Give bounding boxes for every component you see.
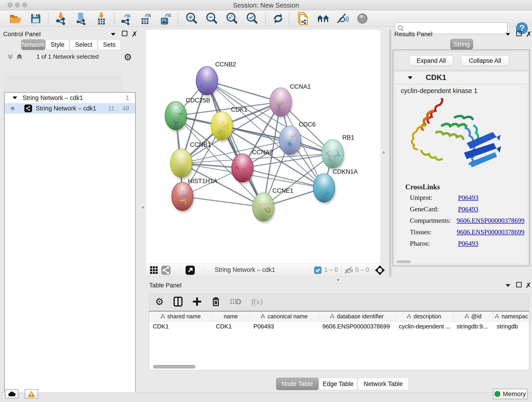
column-header-shared-name[interactable]: shared name bbox=[149, 312, 212, 321]
collapse-all-button[interactable]: Collapse All bbox=[461, 56, 509, 66]
table-hscrollbar[interactable] bbox=[153, 365, 196, 369]
sphere-view-icon[interactable] bbox=[356, 13, 369, 25]
import-network-database-icon[interactable] bbox=[75, 13, 88, 25]
network-node-hist1h1a[interactable] bbox=[172, 182, 194, 213]
panel-float-icon[interactable] bbox=[516, 282, 522, 287]
function-builder-icon[interactable]: f(x) bbox=[251, 297, 263, 306]
table-cell[interactable]: cyclin-dependent ... bbox=[395, 321, 453, 331]
column-header-name[interactable]: name bbox=[212, 312, 250, 321]
save-session-icon[interactable] bbox=[29, 13, 42, 25]
table-cell[interactable]: CDK1 bbox=[149, 321, 212, 331]
export-network-icon[interactable] bbox=[120, 13, 133, 25]
hidden-eye-icon[interactable] bbox=[344, 267, 354, 274]
network-node-ccne1[interactable] bbox=[253, 193, 275, 223]
column-header-canonical-name[interactable]: canonical name bbox=[250, 312, 319, 321]
expand-all-chevron-icon[interactable] bbox=[16, 53, 23, 61]
column-header--id[interactable]: @id bbox=[453, 312, 493, 321]
table-cell[interactable]: CDK1 bbox=[212, 321, 250, 331]
network-graph[interactable]: CCNB2CCNA1CDC25BCDK1CDC6RB1CCNB1CCNA2CDK… bbox=[146, 30, 380, 263]
control-panel-gear-icon[interactable]: ⚙ bbox=[124, 52, 132, 62]
import-table-file-icon[interactable] bbox=[95, 13, 108, 25]
panel-float-icon[interactable] bbox=[122, 31, 127, 36]
network-badge-icon[interactable] bbox=[161, 265, 171, 275]
share-document-icon[interactable] bbox=[297, 13, 309, 25]
panel-close-icon[interactable]: ✗ bbox=[526, 30, 532, 38]
open-session-icon[interactable] bbox=[9, 13, 22, 25]
column-header-description[interactable]: description bbox=[395, 312, 453, 321]
network-canvas[interactable]: CCNB2CCNA1CDC25BCDK1CDC6RB1CCNB1CCNA2CDK… bbox=[146, 30, 380, 263]
network-collection-row[interactable]: String Network – cdk1 1 bbox=[5, 93, 135, 103]
toolbar-separator bbox=[178, 13, 178, 24]
network-node-ccnb1[interactable] bbox=[171, 149, 193, 179]
grid-view-icon[interactable] bbox=[150, 266, 158, 274]
expand-all-button[interactable]: Expand All bbox=[409, 56, 453, 66]
add-column-icon[interactable] bbox=[192, 297, 202, 306]
results-splitter-bar[interactable] bbox=[389, 30, 391, 277]
tab-edge-table[interactable]: Edge Table bbox=[319, 378, 357, 390]
network-node-cdc6[interactable] bbox=[279, 126, 302, 157]
table-cell[interactable]: 9606.ENSP00000378699 bbox=[319, 321, 395, 331]
left-splitter-handle[interactable] bbox=[140, 205, 145, 210]
clear-table-icon[interactable] bbox=[230, 298, 242, 306]
collapse-all-chevron-icon[interactable] bbox=[7, 53, 14, 61]
network-row[interactable]: String Network – cdk1 11 48 bbox=[5, 103, 135, 114]
zoom-selected-icon[interactable] bbox=[246, 13, 259, 25]
column-header-namespac[interactable]: namespac bbox=[493, 312, 529, 321]
network-node-cdkn1a[interactable] bbox=[313, 174, 336, 204]
tab-style[interactable]: Style bbox=[46, 39, 70, 50]
panel-menu-icon[interactable] bbox=[110, 32, 116, 36]
birds-eye-icon[interactable] bbox=[375, 265, 385, 275]
node-result-header[interactable]: CDK1 bbox=[394, 71, 528, 84]
node-table[interactable]: shared namenamecanonical namedatabase id… bbox=[149, 311, 529, 370]
zoom-fit-icon[interactable] bbox=[225, 13, 238, 25]
tab-network-table[interactable]: Network Table bbox=[358, 378, 409, 390]
string-homes-icon[interactable] bbox=[317, 13, 329, 25]
network-node-cdk1[interactable] bbox=[211, 112, 234, 142]
network-edge[interactable] bbox=[207, 81, 263, 207]
tab-sets[interactable]: Sets bbox=[98, 39, 121, 50]
panel-menu-icon[interactable] bbox=[505, 32, 511, 36]
tab-select[interactable]: Select bbox=[70, 39, 97, 50]
panel-menu-icon[interactable] bbox=[505, 284, 511, 287]
import-network-file-icon[interactable] bbox=[55, 13, 67, 25]
split-columns-icon[interactable] bbox=[173, 297, 183, 307]
crosslink-value-link[interactable]: 9606.ENSP00000378699 bbox=[457, 217, 525, 224]
zoom-out-icon[interactable] bbox=[205, 13, 218, 25]
refresh-view-icon[interactable] bbox=[272, 13, 285, 25]
network-edge[interactable] bbox=[222, 126, 333, 154]
table-cell[interactable]: stringdb:9... bbox=[453, 321, 493, 331]
zoom-in-icon[interactable] bbox=[185, 13, 198, 25]
open-in-window-icon[interactable] bbox=[185, 265, 195, 275]
network-edge[interactable] bbox=[182, 196, 263, 207]
crosslink-value-link[interactable]: P06493 bbox=[458, 240, 478, 247]
export-table-icon[interactable] bbox=[139, 13, 152, 25]
right-splitter-handle[interactable] bbox=[381, 150, 386, 155]
tab-string[interactable]: String bbox=[450, 39, 473, 50]
table-gear-icon[interactable]: ⚙ bbox=[155, 296, 164, 307]
panel-float-icon[interactable] bbox=[516, 31, 522, 36]
network-node-ccna2[interactable] bbox=[232, 154, 254, 184]
crosslink-value-link[interactable]: 9606.ENSP00000378699 bbox=[457, 228, 525, 236]
warning-status-button[interactable] bbox=[25, 389, 38, 399]
memory-button[interactable]: Memory bbox=[493, 389, 527, 399]
results-hscrollbar[interactable] bbox=[397, 260, 411, 263]
export-image-icon[interactable] bbox=[159, 13, 172, 25]
panel-close-icon[interactable]: ✗ bbox=[525, 281, 532, 290]
table-cell[interactable]: P06493 bbox=[250, 321, 319, 331]
crosslink-value-link[interactable]: P06493 bbox=[458, 205, 478, 213]
selected-checkbox-icon[interactable] bbox=[314, 267, 322, 274]
cloud-icon bbox=[8, 391, 16, 397]
network-node-rb1[interactable] bbox=[322, 140, 345, 170]
collapse-entry-icon[interactable] bbox=[407, 76, 413, 80]
tab-node-table[interactable]: Node Table bbox=[276, 378, 318, 390]
column-header-database-identifier[interactable]: database identifier bbox=[319, 312, 395, 321]
network-node-ccnb2[interactable] bbox=[196, 66, 219, 97]
delete-column-icon[interactable] bbox=[211, 297, 220, 307]
crosslink-value-link[interactable]: P06493 bbox=[458, 194, 478, 201]
cloud-status-button[interactable] bbox=[5, 389, 18, 399]
hide-glasses-icon[interactable] bbox=[336, 13, 349, 25]
collection-expand-icon[interactable] bbox=[12, 96, 17, 100]
panel-close-icon[interactable]: ✗ bbox=[132, 30, 138, 38]
table-cell[interactable]: stringdb bbox=[493, 321, 529, 331]
tab-network[interactable]: Network bbox=[21, 39, 45, 50]
